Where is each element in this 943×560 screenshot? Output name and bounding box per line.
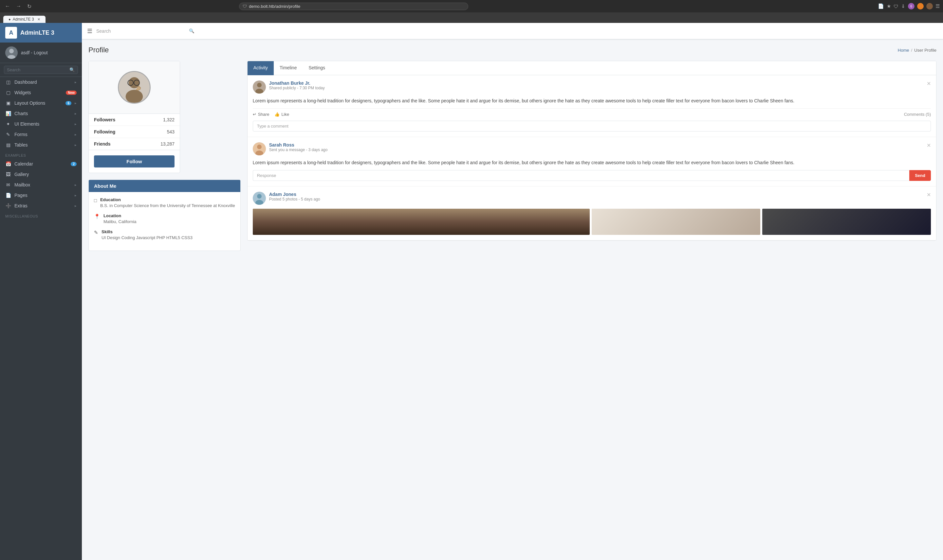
tab-timeline[interactable]: Timeline [274,61,303,75]
share-button-1[interactable]: ↵ Share [253,112,270,117]
app-container: A AdminLTE 3 asdf - Logout 🔍 ◫ Dash [0,23,943,560]
reload-button[interactable]: ↻ [26,3,33,10]
like-button-1[interactable]: 👍 Like [275,112,289,117]
education-title: Education [100,197,235,202]
nav-label-gallery: Gallery [14,172,77,177]
profile-avatar-brown[interactable] [926,3,933,9]
post-3-avatar [253,192,266,205]
share-label: Share [258,112,270,117]
friends-value: 13,287 [161,141,174,146]
menu-icon[interactable]: ☰ [935,3,940,9]
ui-icon: ✦ [5,122,11,126]
post-2-subtitle: Sent you a message - 3 days ago [269,148,923,152]
forward-button[interactable]: → [14,3,23,10]
browser-tab-active[interactable]: ● AdminLTE 3 ✕ [3,16,46,23]
svg-point-5 [126,90,143,103]
post-1-avatar [253,80,266,94]
sidebar-item-tables[interactable]: ▤ Tables ▸ [0,140,82,150]
post-1-author[interactable]: Jonathan Burke Jr. [269,80,310,86]
address-bar[interactable]: 🛡 demo.bolt.htb/admin/profile [239,3,468,10]
send-button-2[interactable]: Send [909,170,931,181]
follow-button[interactable]: Follow [94,155,174,168]
post-2-meta: Sarah Ross Sent you a message - 3 days a… [269,142,923,152]
post-3-close[interactable]: ✕ [927,192,931,198]
location-title: Location [103,213,136,218]
sidebar-search-inner: 🔍 [4,66,78,74]
top-search-input[interactable] [96,28,187,34]
sidebar-search-input[interactable] [7,68,68,72]
profile-card: Followers 1,322 Following 543 Friends 13… [88,61,180,173]
svg-point-13 [257,145,262,149]
post-3-author[interactable]: Adam Jones [269,192,296,197]
post-2-header: Sarah Ross Sent you a message - 3 days a… [253,142,931,155]
profile-avatar-purple[interactable]: 6 [908,3,915,9]
sidebar-item-ui[interactable]: ✦ UI Elements ▸ [0,119,82,129]
nav-label-extras: Extras [14,203,71,208]
sidebar-item-dashboard[interactable]: ◫ Dashboard ▸ [0,77,82,87]
post-2-author[interactable]: Sarah Ross [269,142,294,148]
security-icon: 🛡 [242,4,247,9]
top-search-button[interactable]: 🔍 [189,28,194,33]
followers-value: 1,322 [163,117,174,122]
post-1-close[interactable]: ✕ [927,80,931,87]
star-icon[interactable]: ★ [887,3,891,9]
comment-input-1[interactable] [253,121,931,131]
location-text: Malibu, California [103,219,136,224]
mailbox-icon: ✉ [5,182,11,188]
hamburger-button[interactable]: ☰ [87,28,92,35]
download-icon[interactable]: ⇓ [901,3,905,9]
breadcrumb-separator: / [911,48,912,53]
dashboard-icon: ◫ [5,80,11,85]
sidebar-item-extras[interactable]: ➕ Extras ▸ [0,200,82,211]
tab-settings[interactable]: Settings [303,61,331,75]
post-2: Sarah Ross Sent you a message - 3 days a… [247,137,936,186]
chevron-icon-layout: ▸ [75,101,77,105]
photo-1[interactable] [253,209,590,235]
bookmark-list-icon[interactable]: 📄 [878,3,884,9]
svg-point-16 [257,194,262,198]
sidebar-item-mailbox[interactable]: ✉ Mailbox ▸ [0,180,82,190]
post-1-actions: ↵ Share 👍 Like Comments (5) [253,108,931,117]
chevron-icon-ui: ▸ [75,122,77,126]
activity-tabs: Activity Timeline Settings [247,61,936,75]
about-card-header: About Me [89,180,240,192]
sidebar-user[interactable]: asdf - Logout [0,43,82,63]
extras-icon: ➕ [5,203,11,208]
sidebar-item-calendar[interactable]: 📅 Calendar 2 [0,158,82,169]
nav-label-mailbox: Mailbox [14,182,71,188]
shield-icon[interactable]: 🛡 [894,4,898,9]
tab-close-button[interactable]: ✕ [37,17,40,22]
charts-icon: 📊 [5,111,11,116]
nav-label-pages: Pages [14,193,71,198]
post-1-body: Lorem ipsum represents a long-held tradi… [253,97,931,105]
sidebar-item-gallery[interactable]: 🖼 Gallery [0,169,82,180]
education-section: □ Education B.S. in Computer Science fro… [94,197,235,208]
chevron-icon-forms: ▸ [75,132,77,137]
skills-title: Skills [102,229,193,234]
sidebar-item-widgets[interactable]: ▢ Widgets New [0,87,82,98]
sidebar-item-layout[interactable]: ▣ Layout Options 6 ▸ [0,98,82,108]
skills-section: ✎ Skills UI Design Coding Javascript PHP… [94,229,235,240]
sidebar-item-pages[interactable]: 📄 Pages ▸ [0,190,82,200]
back-button[interactable]: ← [3,3,12,10]
sidebar-item-charts[interactable]: 📊 Charts ▸ [0,108,82,119]
sidebar-user-avatar [5,46,18,59]
tab-activity[interactable]: Activity [247,61,274,75]
chevron-icon-mailbox: ▸ [75,183,77,187]
sidebar-search-button[interactable]: 🔍 [69,68,75,72]
sidebar-brand[interactable]: A AdminLTE 3 [0,23,82,43]
sidebar-username: asdf - Logout [21,50,48,55]
photo-2[interactable] [592,209,760,235]
breadcrumb-home[interactable]: Home [898,48,909,53]
post-2-close[interactable]: ✕ [927,142,931,149]
following-stat: Following 543 [89,126,180,138]
share-icon: ↵ [253,112,256,117]
profile-avatar-orange[interactable] [917,3,924,9]
response-input-2[interactable] [253,170,910,181]
photo-3[interactable] [762,209,931,235]
comments-link-1[interactable]: Comments (5) [904,112,931,117]
main-wrapper: ☰ 🔍 Profile Home / User Profile [82,23,943,560]
profile-stats: Followers 1,322 Following 543 Friends 13… [89,114,180,150]
sidebar-item-forms[interactable]: ✎ Forms ▸ [0,129,82,140]
nav-examples: 📅 Calendar 2 🖼 Gallery ✉ Mailbox ▸ 📄 Pag… [0,158,82,211]
